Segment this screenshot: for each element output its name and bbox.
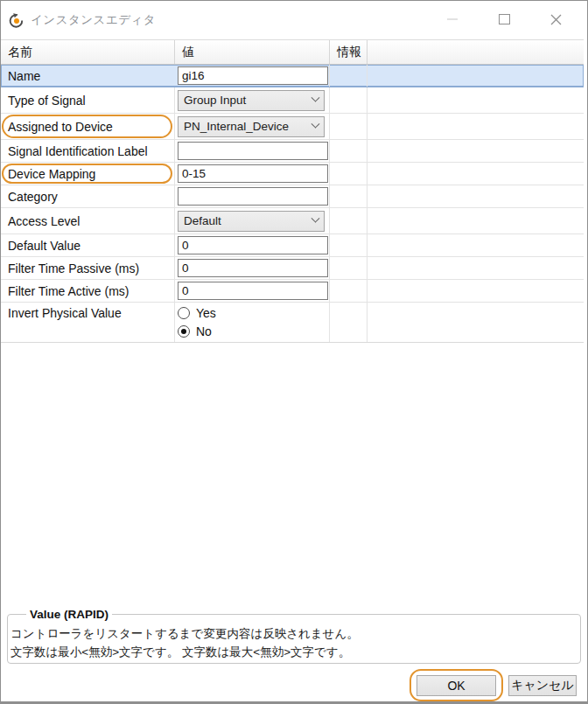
radio-option-label: Yes bbox=[196, 306, 216, 320]
row-info-cell bbox=[330, 303, 368, 342]
value-input[interactable] bbox=[178, 164, 328, 183]
row-label-cell[interactable]: Assigned to Device bbox=[1, 114, 175, 139]
row-label: Name bbox=[8, 69, 40, 83]
row-info-cell bbox=[330, 65, 368, 87]
dropdown-selected-value: PN_Internal_Device bbox=[184, 120, 312, 133]
table-row[interactable]: Category bbox=[1, 185, 584, 208]
row-label-cell[interactable]: Access Level bbox=[1, 208, 175, 234]
row-filler-cell bbox=[368, 87, 584, 113]
chevron-down-icon bbox=[312, 94, 320, 102]
row-label-cell[interactable]: Device Mapping bbox=[1, 163, 175, 185]
row-filler-cell bbox=[368, 280, 584, 302]
row-info-cell bbox=[330, 257, 368, 279]
value-rapid-legend: Value (RAPID) bbox=[26, 608, 112, 621]
row-value-cell bbox=[175, 65, 330, 87]
table-row[interactable]: Access LevelDefault bbox=[1, 208, 584, 234]
ok-button-highlight-ring: OK bbox=[410, 669, 503, 701]
row-info-cell bbox=[330, 185, 368, 207]
row-label-cell[interactable]: Category bbox=[1, 185, 175, 207]
row-info-cell bbox=[330, 280, 368, 302]
row-label: Invert Physical Value bbox=[8, 306, 122, 320]
value-input[interactable] bbox=[178, 282, 328, 300]
dropdown-selected-value: Default bbox=[184, 214, 312, 227]
row-label-cell[interactable]: Type of Signal bbox=[1, 87, 175, 113]
cancel-button[interactable]: キャンセル bbox=[508, 675, 577, 696]
row-label: Signal Identification Label bbox=[8, 144, 148, 158]
table-body: NameType of SignalGroup InputAssigned to… bbox=[1, 65, 584, 343]
column-header-info[interactable]: 情報 bbox=[330, 40, 368, 64]
row-label-cell[interactable]: Default Value bbox=[1, 234, 175, 256]
row-info-cell bbox=[330, 87, 368, 113]
row-info-cell bbox=[330, 234, 368, 256]
table-row[interactable]: Device Mapping bbox=[1, 163, 584, 185]
value-dropdown[interactable]: PN_Internal_Device bbox=[178, 116, 325, 137]
window-title: インスタンスエディタ bbox=[31, 12, 156, 28]
row-value-cell bbox=[175, 185, 330, 207]
maximize-button[interactable] bbox=[491, 8, 517, 31]
row-info-cell bbox=[330, 163, 368, 185]
row-value-cell bbox=[175, 280, 330, 302]
row-label-cell[interactable]: Signal Identification Label bbox=[1, 140, 175, 162]
row-label: Access Level bbox=[8, 214, 80, 228]
row-filler-cell bbox=[368, 185, 584, 207]
property-table: 名前 値 情報 NameType of SignalGroup InputAss… bbox=[1, 39, 584, 343]
chevron-down-icon bbox=[312, 120, 320, 129]
table-row[interactable]: Signal Identification Label bbox=[1, 140, 584, 163]
row-filler-cell bbox=[368, 257, 584, 279]
row-value-cell: Default bbox=[175, 208, 330, 234]
value-input[interactable] bbox=[178, 66, 328, 85]
table-row[interactable]: Filter Time Active (ms) bbox=[1, 280, 584, 303]
row-value-cell bbox=[175, 140, 330, 162]
table-row[interactable]: Default Value bbox=[1, 234, 584, 257]
minimize-icon bbox=[447, 18, 458, 20]
table-header-row: 名前 値 情報 bbox=[1, 39, 584, 65]
row-filler-cell bbox=[368, 140, 584, 162]
row-value-cell: YesNo bbox=[175, 303, 330, 342]
value-rapid-panel: Value (RAPID) コントローラをリスタートするまで変更内容は反映されま… bbox=[7, 608, 581, 664]
value-dropdown[interactable]: Group Input bbox=[178, 90, 325, 111]
value-input[interactable] bbox=[178, 236, 328, 254]
row-label-cell[interactable]: Name bbox=[1, 65, 175, 87]
value-dropdown[interactable]: Default bbox=[178, 211, 325, 232]
value-input[interactable] bbox=[178, 259, 328, 277]
radio-option[interactable]: No bbox=[178, 324, 212, 340]
close-button[interactable] bbox=[542, 8, 569, 31]
radio-option[interactable]: Yes bbox=[178, 305, 216, 322]
titlebar: インスタンスエディタ bbox=[1, 1, 587, 39]
table-row[interactable]: Assigned to DevicePN_Internal_Device bbox=[1, 114, 584, 140]
dropdown-selected-value: Group Input bbox=[184, 94, 312, 107]
radio-button-icon[interactable] bbox=[178, 307, 190, 319]
column-header-filler bbox=[368, 40, 584, 64]
row-value-cell: Group Input bbox=[175, 87, 330, 113]
row-label-cell[interactable]: Invert Physical Value bbox=[1, 303, 175, 342]
row-filler-cell bbox=[368, 208, 584, 234]
table-row[interactable]: Invert Physical ValueYesNo bbox=[1, 303, 584, 343]
row-filler-cell bbox=[368, 65, 584, 87]
value-input[interactable] bbox=[178, 187, 328, 206]
column-header-name[interactable]: 名前 bbox=[1, 40, 175, 64]
row-label: Filter Time Passive (ms) bbox=[8, 261, 139, 275]
row-label: Default Value bbox=[8, 239, 80, 253]
row-label-cell[interactable]: Filter Time Active (ms) bbox=[1, 280, 175, 302]
row-label: Type of Signal bbox=[8, 94, 86, 108]
row-value-cell bbox=[175, 163, 330, 185]
minimize-button[interactable] bbox=[439, 8, 466, 31]
table-row[interactable]: Type of SignalGroup Input bbox=[1, 87, 584, 114]
row-filler-cell bbox=[368, 303, 584, 342]
row-filler-cell bbox=[368, 163, 584, 185]
row-label-cell[interactable]: Filter Time Passive (ms) bbox=[1, 257, 175, 279]
radio-option-label: No bbox=[196, 324, 212, 338]
row-value-cell bbox=[175, 257, 330, 279]
row-label: Device Mapping bbox=[8, 167, 95, 181]
info-line: 文字数は最小<無効>文字です。 文字数は最大<無効>文字です。 bbox=[10, 643, 573, 661]
value-input[interactable] bbox=[178, 142, 328, 160]
table-row[interactable]: Filter Time Passive (ms) bbox=[1, 257, 584, 280]
row-info-cell bbox=[330, 114, 368, 139]
maximize-icon bbox=[499, 14, 510, 24]
radio-button-icon[interactable] bbox=[178, 325, 190, 338]
row-label: Category bbox=[8, 190, 58, 204]
ok-button[interactable]: OK bbox=[416, 675, 496, 696]
row-label: Assigned to Device bbox=[8, 120, 113, 134]
column-header-value[interactable]: 値 bbox=[175, 40, 330, 64]
table-row[interactable]: Name bbox=[1, 65, 584, 87]
